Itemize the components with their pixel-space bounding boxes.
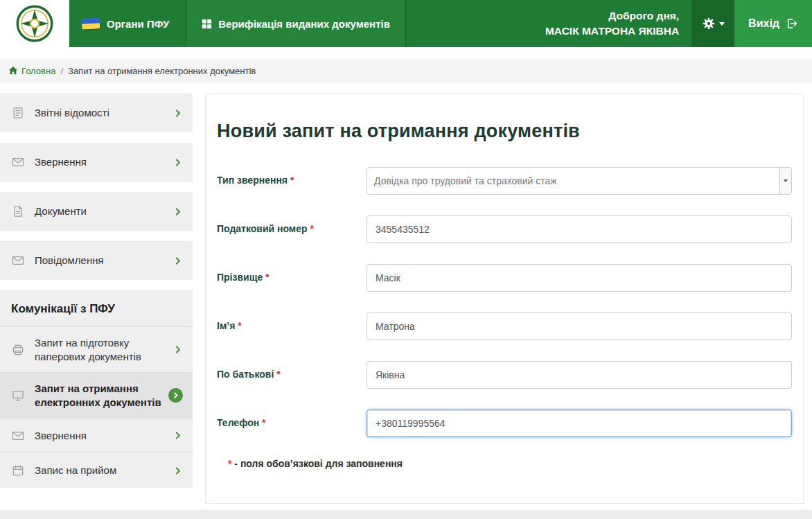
field-control <box>367 215 792 243</box>
nav-verification-label: Верифікація виданих документів <box>218 18 390 30</box>
required-note-text: - поля обов’язкові для заповнення <box>234 458 403 469</box>
monitor-icon <box>11 389 25 403</box>
field-row-tax-number: Податковий номер * <box>217 215 792 243</box>
gear-icon <box>702 17 716 30</box>
middle-name-input[interactable] <box>367 361 792 389</box>
chevron-down-icon <box>719 22 725 26</box>
nav-organy-pfu[interactable]: Органи ПФУ <box>69 0 186 47</box>
footer-strip <box>0 510 812 519</box>
greeting-line: Доброго дня, <box>545 8 679 24</box>
calendar-icon <box>11 464 25 477</box>
chevron-right-icon <box>173 430 183 441</box>
chevron-right-icon <box>173 108 183 118</box>
user-greeting: Доброго дня, МАСІК МАТРОНА ЯКІВНА <box>533 8 691 39</box>
breadcrumb-home-label: Головна <box>21 66 55 76</box>
field-label: Прізвище * <box>217 264 367 292</box>
sidebar-item-label: Запит на підготовку паперових документів <box>35 336 173 363</box>
sidebar-item-zvernennya[interactable]: Звернення <box>0 143 193 182</box>
pfu-logo[interactable] <box>0 0 69 47</box>
sidebar-section-communications: Комунікації з ПФУ Запит на підготовку па… <box>0 290 193 488</box>
first-name-input[interactable] <box>367 313 792 340</box>
chevron-right-icon <box>173 157 183 168</box>
nav-verification[interactable]: Верифікація виданих документів <box>186 0 406 47</box>
field-label-text: Ім’я <box>217 320 235 331</box>
document-icon <box>11 204 25 218</box>
sidebar-section-title: Комунікації з ПФУ <box>0 290 193 327</box>
field-label: Тип звернення * <box>217 167 367 195</box>
request-type-select[interactable]: Довідка про трудовий та страховий стаж <box>367 167 792 195</box>
required-asterisk: * <box>310 223 313 234</box>
chevron-right-circle-icon <box>168 388 183 403</box>
field-label-text: Тип звернення <box>217 175 288 186</box>
field-row-last-name: Прізвище * <box>217 264 792 292</box>
field-control: Довідка про трудовий та страховий стаж <box>367 167 792 195</box>
logout-button[interactable]: Вихід <box>734 0 812 47</box>
required-fields-note: * - поля обов’язкові для заповнення <box>217 458 792 469</box>
required-asterisk: * <box>262 417 265 428</box>
sidebar-item-label: Звернення <box>35 155 91 169</box>
sidebar-item-label: Документи <box>35 204 91 218</box>
request-form-card: Новий запит на отримання документів Тип … <box>205 94 804 504</box>
app-header: Органи ПФУ Верифікація виданих документі… <box>0 0 812 47</box>
required-asterisk: * <box>265 272 269 283</box>
envelope-icon <box>11 429 25 443</box>
settings-menu-button[interactable] <box>691 0 734 47</box>
field-label: Телефон * <box>217 410 367 437</box>
field-control <box>367 361 792 389</box>
chevron-right-icon <box>173 206 183 217</box>
sidebar-item-label: Повідомлення <box>35 254 108 267</box>
breadcrumb-current: Запит на отримання електронних документі… <box>68 66 256 76</box>
sidebar-item-request-electronic-documents[interactable]: Запит на отримання електронних документі… <box>0 373 193 419</box>
required-asterisk: * <box>228 458 231 469</box>
report-icon <box>11 106 25 120</box>
field-row-first-name: Ім’я * <box>217 313 792 340</box>
ukraine-flag-icon <box>82 17 100 29</box>
required-asterisk: * <box>290 175 294 186</box>
sign-out-icon <box>786 17 798 30</box>
tax-number-input[interactable] <box>367 215 792 243</box>
field-label: Ім’я * <box>217 313 367 340</box>
field-row-phone: Телефон * <box>217 410 792 437</box>
sidebar-item-request-paper-documents[interactable]: Запит на підготовку паперових документів <box>0 327 193 373</box>
field-label: По батькові * <box>217 361 367 389</box>
last-name-input[interactable] <box>367 264 792 292</box>
field-label-text: Телефон <box>217 417 259 428</box>
grid-icon <box>202 19 212 29</box>
field-label-text: Податковий номер <box>217 223 308 234</box>
main-area: Новий запит на отримання документів Тип … <box>205 94 804 504</box>
sidebar-item-zvernennya-communications[interactable]: Звернення <box>0 419 193 453</box>
chevron-right-icon <box>173 256 183 266</box>
sidebar: Звітні відомості Звернення Документи <box>0 94 193 488</box>
field-label-text: По батькові <box>217 369 274 380</box>
required-asterisk: * <box>238 320 241 331</box>
logout-label: Вихід <box>748 17 779 30</box>
field-label: Податковий номер * <box>217 215 367 243</box>
sidebar-item-zvitni-vidomosti[interactable]: Звітні відомості <box>0 94 193 132</box>
field-row-request-type: Тип звернення * Довідка про трудовий та … <box>217 167 792 195</box>
field-control <box>367 264 792 292</box>
breadcrumb: Головна / Запит на отримання електронних… <box>0 59 812 82</box>
envelope-icon <box>11 155 25 169</box>
user-fullname: МАСІК МАТРОНА ЯКІВНА <box>545 24 679 39</box>
printer-icon <box>11 343 25 357</box>
pfu-emblem-icon <box>16 5 53 42</box>
field-control <box>367 313 792 340</box>
sidebar-item-label: Звітні відомості <box>35 106 114 120</box>
content-area: Звітні відомості Звернення Документи <box>0 82 812 504</box>
breadcrumb-separator: / <box>60 66 63 76</box>
field-control <box>367 410 792 437</box>
nav-organy-pfu-label: Органи ПФУ <box>107 18 169 30</box>
sidebar-item-appointment[interactable]: Запис на прийом <box>0 453 193 488</box>
sidebar-item-label: Запит на отримання електронних документі… <box>35 382 168 409</box>
breadcrumb-home-link[interactable]: Головна <box>8 66 55 76</box>
sidebar-item-label: Звернення <box>35 429 91 443</box>
sidebar-item-dokumenty[interactable]: Документи <box>0 192 193 231</box>
sidebar-item-povidomlennya[interactable]: Повідомлення <box>0 241 193 280</box>
required-asterisk: * <box>276 369 280 380</box>
chevron-right-icon <box>173 466 183 476</box>
phone-input[interactable] <box>367 410 792 437</box>
page-title: Новий запит на отримання документів <box>217 121 792 142</box>
mail-icon <box>11 254 25 267</box>
sidebar-item-label: Запис на прийом <box>35 464 121 477</box>
field-label-text: Прізвище <box>217 272 263 283</box>
